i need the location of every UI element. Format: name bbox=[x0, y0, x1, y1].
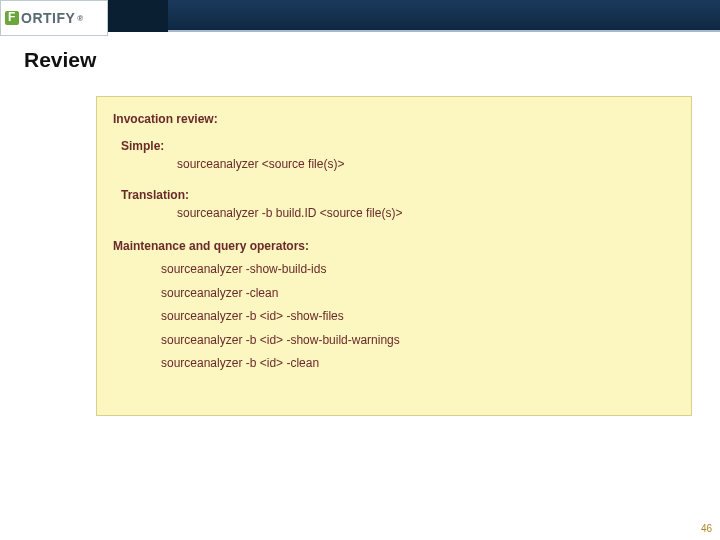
invocation-heading: Invocation review: bbox=[113, 111, 675, 128]
logo: ORTIFY ® bbox=[0, 0, 108, 36]
maint-command: sourceanalyzer -clean bbox=[161, 285, 675, 302]
content-panel: Invocation review: Simple: sourceanalyze… bbox=[96, 96, 692, 416]
maint-command: sourceanalyzer -show-build-ids bbox=[161, 261, 675, 278]
translation-label: Translation: bbox=[121, 187, 675, 204]
maint-command: sourceanalyzer -b <id> -clean bbox=[161, 355, 675, 372]
header-dark-block bbox=[108, 0, 168, 32]
header-bar: ORTIFY ® bbox=[0, 0, 720, 32]
page-title: Review bbox=[24, 48, 720, 72]
simple-label: Simple: bbox=[121, 138, 675, 155]
page-number: 46 bbox=[701, 523, 712, 534]
logo-mark-icon bbox=[5, 11, 19, 25]
maint-command: sourceanalyzer -b <id> -show-build-warni… bbox=[161, 332, 675, 349]
translation-command: sourceanalyzer -b build.ID <source file(… bbox=[177, 205, 675, 222]
maint-command: sourceanalyzer -b <id> -show-files bbox=[161, 308, 675, 325]
maintenance-heading: Maintenance and query operators: bbox=[113, 238, 675, 255]
logo-registered: ® bbox=[77, 14, 83, 23]
simple-command: sourceanalyzer <source file(s)> bbox=[177, 156, 675, 173]
logo-text: ORTIFY bbox=[21, 10, 75, 26]
